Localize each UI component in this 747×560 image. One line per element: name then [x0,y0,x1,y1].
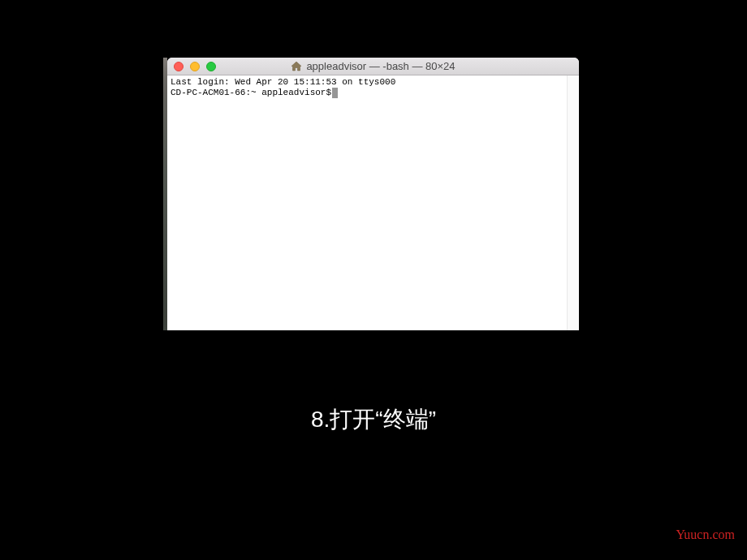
terminal-prompt-line: CD-PC-ACM01-66:~ appleadvisor$ [171,88,576,98]
traffic-lights [167,62,216,71]
minimize-button[interactable] [190,62,200,71]
terminal-output-line: Last login: Wed Apr 20 15:11:53 on ttys0… [171,77,576,88]
window-title: appleadvisor — -bash — 80×24 [306,60,455,72]
close-button[interactable] [174,62,184,71]
watermark: Yuucn.com [676,528,735,542]
scrollbar[interactable] [567,75,579,330]
slide-caption: 8.打开“终端” [0,404,747,435]
terminal-cursor [332,88,338,98]
terminal-window: appleadvisor — -bash — 80×24 Last login:… [167,58,579,330]
maximize-button[interactable] [206,62,216,71]
window-titlebar[interactable]: appleadvisor — -bash — 80×24 [167,58,579,75]
home-icon [291,62,302,71]
terminal-body[interactable]: Last login: Wed Apr 20 15:11:53 on ttys0… [167,75,579,330]
terminal-prompt: CD-PC-ACM01-66:~ appleadvisor$ [171,88,331,98]
title-content: appleadvisor — -bash — 80×24 [167,60,579,72]
